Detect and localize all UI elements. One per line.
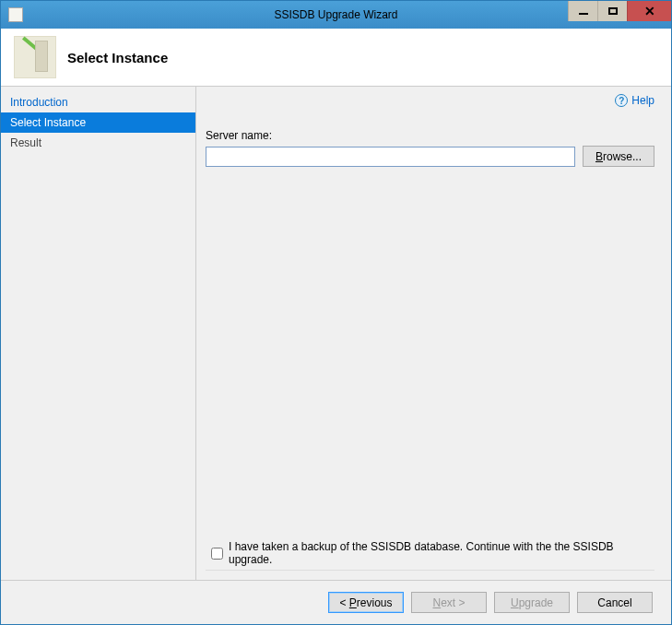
body-area: Introduction Select Instance Result ? He… — [1, 87, 671, 580]
close-button[interactable]: ✕ — [627, 1, 671, 21]
help-label: Help — [631, 94, 654, 107]
page-title: Select Instance — [67, 50, 168, 65]
cancel-button[interactable]: Cancel — [577, 592, 653, 613]
server-name-row: Browse... — [206, 146, 654, 167]
browse-rest: rowse... — [603, 150, 642, 163]
upgrade-button[interactable]: Upgrade — [494, 592, 570, 613]
server-name-input[interactable] — [206, 147, 575, 167]
minimize-button[interactable] — [568, 1, 597, 21]
server-name-label: Server name: — [206, 129, 654, 142]
sidebar-item-introduction[interactable]: Introduction — [1, 92, 195, 112]
wizard-icon — [14, 36, 56, 78]
sidebar: Introduction Select Instance Result — [1, 87, 196, 580]
sidebar-item-select-instance[interactable]: Select Instance — [1, 112, 195, 133]
previous-button[interactable]: < Previous — [328, 592, 404, 613]
maximize-button[interactable] — [597, 1, 627, 21]
sidebar-item-result[interactable]: Result — [1, 133, 195, 153]
app-icon — [8, 7, 23, 22]
browse-button[interactable]: Browse... — [583, 146, 654, 167]
window-controls: ✕ — [568, 1, 671, 21]
backup-checkbox-row[interactable]: I have taken a backup of the SSISDB data… — [206, 533, 654, 571]
main-pane: ? Help Server name: Browse... I have tak… — [196, 87, 671, 580]
titlebar: SSISDB Upgrade Wizard ✕ — [1, 1, 671, 29]
backup-checkbox[interactable] — [211, 548, 223, 560]
help-icon: ? — [615, 94, 628, 107]
next-button[interactable]: Next > — [411, 592, 487, 613]
help-link[interactable]: ? Help — [615, 94, 654, 107]
header-band: Select Instance — [1, 29, 671, 87]
form-area: Server name: Browse... — [206, 129, 654, 167]
footer-bar: < Previous Next > Upgrade Cancel — [1, 580, 671, 624]
backup-checkbox-label: I have taken a backup of the SSISDB data… — [229, 540, 654, 566]
